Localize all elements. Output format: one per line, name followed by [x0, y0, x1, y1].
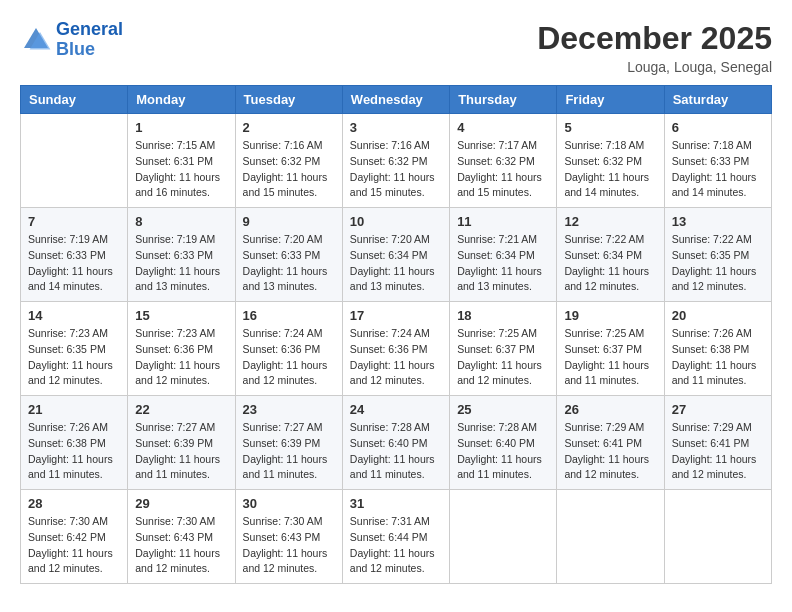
logo: General Blue	[20, 20, 123, 60]
weekday-header-thursday: Thursday	[450, 86, 557, 114]
day-info: Sunrise: 7:19 AMSunset: 6:33 PMDaylight:…	[28, 232, 120, 295]
logo-icon	[20, 24, 52, 56]
day-info: Sunrise: 7:25 AMSunset: 6:37 PMDaylight:…	[564, 326, 656, 389]
day-info: Sunrise: 7:27 AMSunset: 6:39 PMDaylight:…	[135, 420, 227, 483]
day-number: 8	[135, 214, 227, 229]
day-number: 3	[350, 120, 442, 135]
day-info: Sunrise: 7:28 AMSunset: 6:40 PMDaylight:…	[350, 420, 442, 483]
day-info: Sunrise: 7:23 AMSunset: 6:36 PMDaylight:…	[135, 326, 227, 389]
day-info: Sunrise: 7:20 AMSunset: 6:33 PMDaylight:…	[243, 232, 335, 295]
day-info: Sunrise: 7:22 AMSunset: 6:34 PMDaylight:…	[564, 232, 656, 295]
day-number: 10	[350, 214, 442, 229]
day-number: 18	[457, 308, 549, 323]
day-info: Sunrise: 7:26 AMSunset: 6:38 PMDaylight:…	[672, 326, 764, 389]
day-number: 4	[457, 120, 549, 135]
calendar-cell: 23 Sunrise: 7:27 AMSunset: 6:39 PMDaylig…	[235, 396, 342, 490]
day-number: 25	[457, 402, 549, 417]
day-info: Sunrise: 7:18 AMSunset: 6:32 PMDaylight:…	[564, 138, 656, 201]
calendar-cell: 7 Sunrise: 7:19 AMSunset: 6:33 PMDayligh…	[21, 208, 128, 302]
calendar-cell: 13 Sunrise: 7:22 AMSunset: 6:35 PMDaylig…	[664, 208, 771, 302]
calendar-cell: 24 Sunrise: 7:28 AMSunset: 6:40 PMDaylig…	[342, 396, 449, 490]
day-info: Sunrise: 7:31 AMSunset: 6:44 PMDaylight:…	[350, 514, 442, 577]
calendar-cell: 12 Sunrise: 7:22 AMSunset: 6:34 PMDaylig…	[557, 208, 664, 302]
calendar-cell: 1 Sunrise: 7:15 AMSunset: 6:31 PMDayligh…	[128, 114, 235, 208]
day-number: 24	[350, 402, 442, 417]
calendar-cell: 11 Sunrise: 7:21 AMSunset: 6:34 PMDaylig…	[450, 208, 557, 302]
day-number: 12	[564, 214, 656, 229]
day-number: 14	[28, 308, 120, 323]
day-number: 13	[672, 214, 764, 229]
day-number: 19	[564, 308, 656, 323]
day-number: 31	[350, 496, 442, 511]
day-info: Sunrise: 7:23 AMSunset: 6:35 PMDaylight:…	[28, 326, 120, 389]
weekday-header-wednesday: Wednesday	[342, 86, 449, 114]
day-info: Sunrise: 7:26 AMSunset: 6:38 PMDaylight:…	[28, 420, 120, 483]
weekday-header-friday: Friday	[557, 86, 664, 114]
day-number: 20	[672, 308, 764, 323]
calendar-cell: 28 Sunrise: 7:30 AMSunset: 6:42 PMDaylig…	[21, 490, 128, 584]
day-info: Sunrise: 7:24 AMSunset: 6:36 PMDaylight:…	[350, 326, 442, 389]
day-info: Sunrise: 7:18 AMSunset: 6:33 PMDaylight:…	[672, 138, 764, 201]
day-info: Sunrise: 7:21 AMSunset: 6:34 PMDaylight:…	[457, 232, 549, 295]
day-info: Sunrise: 7:19 AMSunset: 6:33 PMDaylight:…	[135, 232, 227, 295]
day-info: Sunrise: 7:30 AMSunset: 6:43 PMDaylight:…	[243, 514, 335, 577]
day-number: 27	[672, 402, 764, 417]
day-number: 28	[28, 496, 120, 511]
day-info: Sunrise: 7:17 AMSunset: 6:32 PMDaylight:…	[457, 138, 549, 201]
day-info: Sunrise: 7:25 AMSunset: 6:37 PMDaylight:…	[457, 326, 549, 389]
day-number: 15	[135, 308, 227, 323]
calendar-cell: 30 Sunrise: 7:30 AMSunset: 6:43 PMDaylig…	[235, 490, 342, 584]
calendar-cell	[664, 490, 771, 584]
day-number: 29	[135, 496, 227, 511]
calendar-cell	[450, 490, 557, 584]
day-number: 23	[243, 402, 335, 417]
calendar-cell: 31 Sunrise: 7:31 AMSunset: 6:44 PMDaylig…	[342, 490, 449, 584]
calendar-cell: 9 Sunrise: 7:20 AMSunset: 6:33 PMDayligh…	[235, 208, 342, 302]
calendar-cell	[557, 490, 664, 584]
day-number: 17	[350, 308, 442, 323]
day-number: 1	[135, 120, 227, 135]
calendar-cell: 15 Sunrise: 7:23 AMSunset: 6:36 PMDaylig…	[128, 302, 235, 396]
calendar-cell: 27 Sunrise: 7:29 AMSunset: 6:41 PMDaylig…	[664, 396, 771, 490]
day-info: Sunrise: 7:16 AMSunset: 6:32 PMDaylight:…	[243, 138, 335, 201]
calendar-cell: 5 Sunrise: 7:18 AMSunset: 6:32 PMDayligh…	[557, 114, 664, 208]
day-info: Sunrise: 7:16 AMSunset: 6:32 PMDaylight:…	[350, 138, 442, 201]
day-info: Sunrise: 7:29 AMSunset: 6:41 PMDaylight:…	[672, 420, 764, 483]
calendar-cell: 25 Sunrise: 7:28 AMSunset: 6:40 PMDaylig…	[450, 396, 557, 490]
location: Louga, Louga, Senegal	[537, 59, 772, 75]
calendar-cell	[21, 114, 128, 208]
calendar-cell: 19 Sunrise: 7:25 AMSunset: 6:37 PMDaylig…	[557, 302, 664, 396]
calendar-cell: 21 Sunrise: 7:26 AMSunset: 6:38 PMDaylig…	[21, 396, 128, 490]
weekday-header-monday: Monday	[128, 86, 235, 114]
title-block: December 2025 Louga, Louga, Senegal	[537, 20, 772, 75]
calendar-cell: 17 Sunrise: 7:24 AMSunset: 6:36 PMDaylig…	[342, 302, 449, 396]
calendar-cell: 4 Sunrise: 7:17 AMSunset: 6:32 PMDayligh…	[450, 114, 557, 208]
day-number: 9	[243, 214, 335, 229]
calendar-cell: 22 Sunrise: 7:27 AMSunset: 6:39 PMDaylig…	[128, 396, 235, 490]
month-title: December 2025	[537, 20, 772, 57]
day-number: 7	[28, 214, 120, 229]
day-number: 11	[457, 214, 549, 229]
calendar-cell: 26 Sunrise: 7:29 AMSunset: 6:41 PMDaylig…	[557, 396, 664, 490]
day-number: 22	[135, 402, 227, 417]
day-number: 5	[564, 120, 656, 135]
day-info: Sunrise: 7:30 AMSunset: 6:42 PMDaylight:…	[28, 514, 120, 577]
day-info: Sunrise: 7:30 AMSunset: 6:43 PMDaylight:…	[135, 514, 227, 577]
calendar-cell: 3 Sunrise: 7:16 AMSunset: 6:32 PMDayligh…	[342, 114, 449, 208]
logo-text: General Blue	[56, 20, 123, 60]
calendar-cell: 20 Sunrise: 7:26 AMSunset: 6:38 PMDaylig…	[664, 302, 771, 396]
calendar-cell: 8 Sunrise: 7:19 AMSunset: 6:33 PMDayligh…	[128, 208, 235, 302]
weekday-header-sunday: Sunday	[21, 86, 128, 114]
calendar-cell: 16 Sunrise: 7:24 AMSunset: 6:36 PMDaylig…	[235, 302, 342, 396]
calendar-cell: 2 Sunrise: 7:16 AMSunset: 6:32 PMDayligh…	[235, 114, 342, 208]
day-number: 21	[28, 402, 120, 417]
day-number: 6	[672, 120, 764, 135]
day-info: Sunrise: 7:22 AMSunset: 6:35 PMDaylight:…	[672, 232, 764, 295]
weekday-header-saturday: Saturday	[664, 86, 771, 114]
day-info: Sunrise: 7:27 AMSunset: 6:39 PMDaylight:…	[243, 420, 335, 483]
day-number: 2	[243, 120, 335, 135]
calendar-cell: 14 Sunrise: 7:23 AMSunset: 6:35 PMDaylig…	[21, 302, 128, 396]
day-info: Sunrise: 7:20 AMSunset: 6:34 PMDaylight:…	[350, 232, 442, 295]
calendar-cell: 10 Sunrise: 7:20 AMSunset: 6:34 PMDaylig…	[342, 208, 449, 302]
day-info: Sunrise: 7:29 AMSunset: 6:41 PMDaylight:…	[564, 420, 656, 483]
